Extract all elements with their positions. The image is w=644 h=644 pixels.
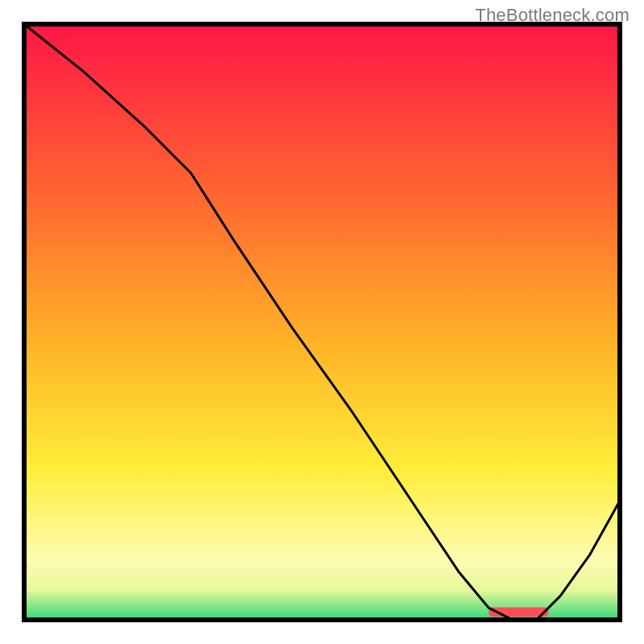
chart-container: TheBottleneck.com — [0, 0, 644, 644]
bottleneck-chart — [0, 0, 644, 644]
plot-area — [24, 24, 620, 620]
watermark-text: TheBottleneck.com — [475, 5, 630, 26]
gradient-background — [24, 24, 620, 620]
